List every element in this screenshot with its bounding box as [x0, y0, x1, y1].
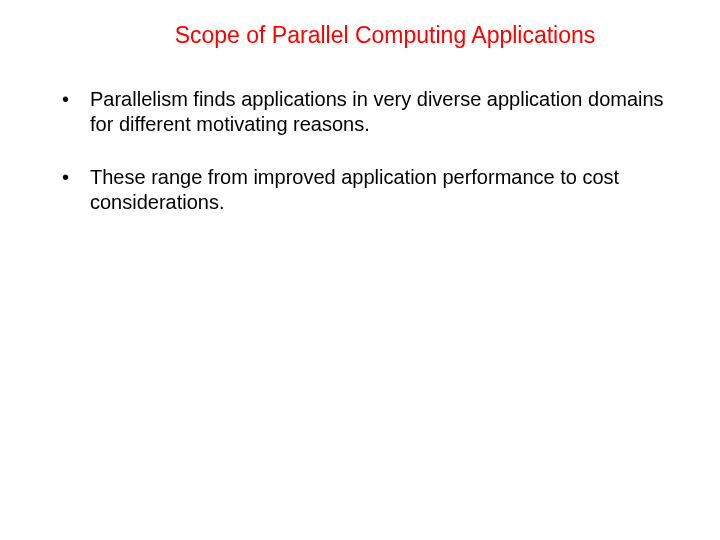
list-item: These range from improved application pe…: [58, 165, 690, 215]
slide-container: Scope of Parallel Computing Applications…: [0, 0, 720, 540]
slide-title: Scope of Parallel Computing Applications: [80, 22, 690, 49]
bullet-list: Parallelism finds applications in very d…: [30, 87, 690, 215]
list-item: Parallelism finds applications in very d…: [58, 87, 690, 137]
